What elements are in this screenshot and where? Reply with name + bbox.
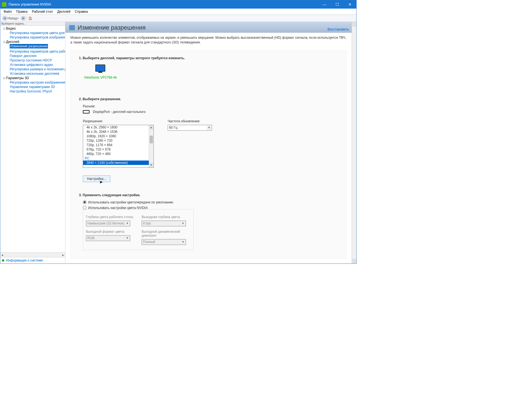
- resolution-listbox[interactable]: 4k x 2k, 2560 × 1600 4k x 2k, 2048 × 153…: [83, 125, 154, 168]
- menu-display[interactable]: Дисплей: [55, 9, 73, 14]
- maximize-button[interactable]: ☐: [331, 0, 344, 9]
- radio-default-label: Использовать настройки цветопередачи по …: [88, 200, 173, 204]
- radio-icon: [83, 206, 86, 210]
- info-icon: [2, 259, 4, 262]
- toolbar: ◄ Назад ▾ ► 🏠: [0, 15, 356, 22]
- tree-item[interactable]: Поворот дисплея: [0, 54, 65, 58]
- radio-icon: [83, 200, 86, 204]
- system-info-link[interactable]: Информация о системе: [6, 258, 43, 262]
- tree-item[interactable]: Регулировка параметров изображения: [0, 35, 65, 40]
- intro-text: Можно уменьшить количество элементов, от…: [70, 35, 347, 45]
- output-range-value: Полный: [143, 240, 155, 244]
- dropdown-icon: ▼: [125, 236, 130, 241]
- refresh-value: 60 Гц: [169, 126, 177, 130]
- back-button[interactable]: ◄ Назад ▾: [1, 15, 20, 21]
- content-scrollbar[interactable]: [352, 22, 356, 263]
- output-format-select: RGB ▼: [86, 235, 130, 241]
- tree-item[interactable]: Регулировка размера и положения рабочего: [0, 67, 65, 71]
- tree-item[interactable]: Управление параметрами 3D: [0, 85, 65, 89]
- menu-edit[interactable]: Правка: [14, 9, 30, 14]
- back-label: Назад: [7, 16, 17, 20]
- menu-file[interactable]: Файл: [1, 9, 14, 14]
- listbox-scrollbar[interactable]: ▲ ▼: [149, 125, 154, 167]
- dropdown-icon: ▼: [125, 221, 130, 226]
- resolution-option-selected[interactable]: 3840 × 2160 (собственное): [83, 161, 149, 165]
- radio-default-color[interactable]: Использовать настройки цветопередачи по …: [83, 200, 338, 204]
- sidebar-hscroll[interactable]: ◄►: [0, 252, 65, 257]
- tree-item[interactable]: Просмотр состояния HDCP: [0, 58, 65, 63]
- dropdown-icon: ▼: [181, 240, 185, 244]
- resolution-group-pc: PC: [83, 156, 149, 161]
- tree-item-change-resolution[interactable]: Изменение разрешения: [10, 44, 48, 48]
- output-format-label: Выходной формат цвета:: [86, 230, 135, 234]
- page-title: Изменение разрешения: [78, 24, 145, 31]
- close-button[interactable]: ✕: [344, 0, 356, 9]
- content: Изменение разрешения Восстановить Можно …: [65, 22, 352, 263]
- tree-item[interactable]: Регулировка параметров цвета для видео: [0, 31, 65, 35]
- step1-heading: 1. Выберите дисплей, параметры которого …: [79, 56, 338, 60]
- menubar: Файл Правка Рабочий стол Дисплей Справка: [0, 9, 356, 15]
- output-depth-label: Выходная глубина цвета:: [142, 215, 191, 219]
- resolution-option[interactable]: 576p, 720 × 576: [83, 147, 149, 152]
- forward-button[interactable]: ►: [21, 16, 25, 20]
- restore-link[interactable]: Восстановить: [328, 27, 349, 31]
- back-dropdown-icon: ▾: [17, 17, 19, 20]
- titlebar: Панель управления NVIDIA — ☐ ✕: [0, 0, 356, 9]
- resolution-option[interactable]: 1080p, 1920 × 1080: [83, 134, 149, 138]
- output-depth-select: 8 bpc ▼: [142, 221, 186, 226]
- displayport-icon: [83, 110, 89, 113]
- tree-item[interactable]: Регулировка настроек изображения с просм…: [0, 80, 65, 85]
- output-format-value: RGB: [87, 236, 94, 240]
- scroll-up-icon[interactable]: ▲: [149, 125, 154, 130]
- output-depth-value: 8 bpc: [143, 221, 151, 225]
- resolution-option[interactable]: 4k x 2k, 2048 × 1536: [83, 130, 149, 134]
- resolution-option[interactable]: 720p, 1176 × 664: [83, 143, 149, 147]
- page-header: Изменение разрешения Восстановить: [65, 22, 352, 33]
- desktop-depth-label: Глубина цвета рабочего стола:: [86, 215, 135, 219]
- sidebar-header: Выберите задачу...: [0, 22, 65, 26]
- step2-heading: 2. Выберите разрешение.: [79, 97, 338, 101]
- monitor-selector[interactable]: ViewSonic VP2768-4k: [83, 63, 118, 81]
- radio-nvidia-color[interactable]: Использовать настройки цвета NVIDIA: [83, 206, 338, 210]
- refresh-label: Частота обновления:: [168, 119, 212, 123]
- task-tree: Видео Регулировка параметров цвета для в…: [0, 26, 65, 252]
- dropdown-icon: ▼: [207, 125, 211, 130]
- tree-cat-display[interactable]: Дисплей: [0, 40, 65, 44]
- tree-cat-3d[interactable]: Параметры 3D: [0, 76, 65, 80]
- nvidia-icon: [2, 2, 6, 7]
- connector-value: DisplayPort - дисплей настольного: [93, 110, 145, 114]
- monitor-icon: [95, 64, 105, 72]
- window-title: Панель управления NVIDIA: [9, 2, 318, 6]
- output-range-label: Выходной динамический диапазон:: [142, 230, 191, 237]
- resolution-label: Разрешение:: [83, 119, 154, 123]
- tree-item[interactable]: Установка нескольких дисплеев: [0, 71, 65, 76]
- scroll-thumb[interactable]: [150, 136, 153, 143]
- tree-item[interactable]: Регулировка параметров цвета рабочего: [0, 49, 65, 54]
- nvidia-color-group: Глубина цвета рабочего стола: Наивысшее …: [83, 209, 194, 250]
- scroll-down-icon[interactable]: ▼: [149, 163, 154, 167]
- resolution-option[interactable]: 4k x 2k, 2560 × 1600: [83, 125, 149, 130]
- back-arrow-icon: ◄: [2, 16, 7, 20]
- desktop-depth-value: Наивысшее (32-битное): [87, 221, 124, 225]
- monitor-header-icon: [69, 25, 75, 30]
- tree-item[interactable]: Установка цифрового аудио: [0, 63, 65, 67]
- customize-button[interactable]: Настройка...: [83, 175, 110, 182]
- sidebar-footer: Информация о системе: [0, 257, 65, 263]
- resolution-option[interactable]: 480p, 720 × 480: [83, 152, 149, 156]
- resolution-option[interactable]: 720p, 1280 × 720: [83, 138, 149, 143]
- step1-panel: 1. Выберите дисплей, параметры которого …: [70, 50, 347, 259]
- toolbar-separator: [27, 16, 27, 21]
- tree-item[interactable]: Настройка Surround, PhysX: [0, 89, 65, 94]
- output-range-select: Полный ▼: [142, 239, 186, 245]
- desktop-depth-select: Наивысшее (32-битное) ▼: [86, 221, 130, 226]
- monitor-label: ViewSonic VP2768-4k: [84, 76, 117, 79]
- connector-label: Разъем:: [83, 104, 338, 108]
- home-button[interactable]: 🏠: [28, 16, 32, 20]
- minimize-button[interactable]: —: [318, 0, 331, 9]
- menu-help[interactable]: Справка: [73, 9, 90, 14]
- sidebar: Выберите задачу... Видео Регулировка пар…: [0, 22, 65, 263]
- tree-cat-video[interactable]: Видео: [0, 26, 65, 31]
- radio-nvidia-label: Использовать настройки цвета NVIDIA: [88, 206, 148, 210]
- refresh-rate-select[interactable]: 60 Гц ▼: [168, 125, 212, 131]
- menu-desktop[interactable]: Рабочий стол: [30, 9, 55, 14]
